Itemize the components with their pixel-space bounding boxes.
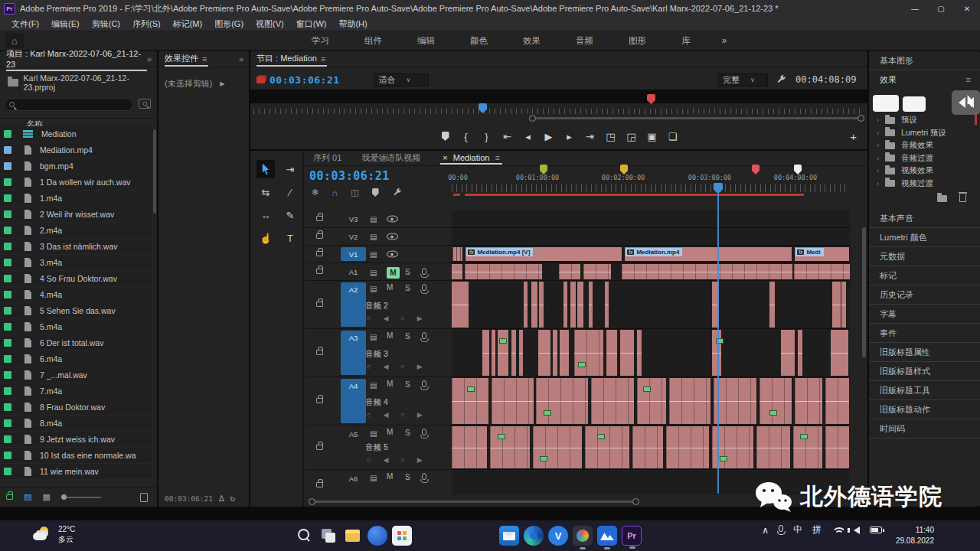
thumbnail-zoom-slider[interactable] [61, 497, 101, 498]
project-item-row[interactable]: 8 Frau Doktor.wav [0, 399, 152, 416]
track-lock-icon[interactable] [316, 216, 323, 221]
label-color-swatch[interactable] [4, 355, 11, 363]
expand-icon[interactable]: ▶ [220, 80, 224, 87]
label-color-swatch[interactable] [4, 275, 11, 282]
scrollbar-knob[interactable] [309, 498, 315, 505]
menu-item[interactable]: 序列(S) [127, 18, 166, 30]
collapsed-panel-tab[interactable]: 旧版标题属性 [869, 343, 980, 362]
track-lock-icon[interactable] [316, 350, 323, 355]
effects-folder-row[interactable]: ›视频过渡 [869, 178, 980, 191]
source-patch-icon[interactable]: ▤ [370, 268, 377, 276]
track-lock-icon[interactable] [316, 302, 323, 307]
track-name-label[interactable]: 音频 2 [365, 301, 388, 311]
menu-item[interactable]: 窗口(W) [291, 18, 332, 30]
timeline-vertical-scrollbar[interactable] [862, 227, 866, 357]
audio-clip-segment[interactable] [712, 330, 721, 376]
solo-button[interactable]: S [405, 429, 410, 437]
track-lock-icon[interactable] [316, 269, 323, 274]
audio-clip-segment[interactable] [452, 426, 487, 468]
ime-icon[interactable]: 中 [793, 523, 802, 536]
selection-tool[interactable] [256, 160, 275, 178]
extract-button[interactable]: ◲ [626, 131, 637, 142]
collapsed-panel-tab[interactable]: 旧版标题样式 [869, 362, 980, 381]
prev-keyframe-icon[interactable]: ◀ [383, 411, 388, 419]
record-mic-icon[interactable] [422, 332, 426, 339]
source-patch-icon[interactable]: ▤ [370, 250, 377, 259]
project-item-row[interactable]: 6 Der ist total.wav [0, 335, 152, 351]
menu-item[interactable]: 帮助(H) [333, 18, 372, 30]
program-ruler[interactable] [253, 103, 864, 114]
workspace-tab[interactable]: 图形 [611, 35, 664, 47]
menu-item[interactable]: 图形(G) [209, 18, 249, 30]
start-button[interactable] [270, 526, 289, 546]
timeline-tab-active[interactable]: ×Mediation≡ [440, 152, 502, 165]
razor-tool[interactable]: ∕ [281, 183, 299, 201]
audio-clip-segment[interactable] [577, 282, 583, 328]
collapsed-panel-tab[interactable]: 历史记录 [869, 285, 980, 305]
collapsed-panel-tab[interactable]: 旧版标题动作 [869, 400, 980, 419]
track-name-label[interactable]: 音频 3 [365, 349, 388, 360]
snap-magnet-icon[interactable]: ∩ [332, 188, 338, 197]
compare-view-button[interactable]: ❏ [668, 131, 678, 142]
label-color-swatch[interactable] [4, 194, 11, 202]
collapsed-panel-tab[interactable]: 旧版标题工具 [869, 381, 980, 400]
audio-clip-segment[interactable] [583, 264, 611, 279]
project-item-row[interactable]: 5.m4a [0, 319, 152, 335]
menu-item[interactable]: 剪辑(C) [87, 18, 126, 30]
project-item-row[interactable]: 6.m4a [0, 351, 152, 367]
chevron-right-icon[interactable]: › [877, 167, 879, 174]
audio-clip-segment[interactable] [669, 378, 710, 424]
mail-app-button[interactable] [499, 526, 519, 546]
store-button[interactable] [392, 526, 412, 546]
timeline-timecode[interactable]: 00:03:06:21 [309, 169, 390, 183]
track-target-A5[interactable]: A5 [341, 427, 366, 468]
audio-clip-segment[interactable] [574, 330, 603, 376]
audio-clip-segment[interactable] [452, 264, 462, 279]
microphone-icon[interactable] [779, 525, 783, 532]
workspace-tab[interactable]: 库 [664, 35, 708, 47]
project-item-row[interactable]: Mediation.mp4 [0, 142, 152, 158]
source-patch-icon[interactable]: ▤ [370, 474, 377, 482]
label-color-swatch[interactable] [4, 339, 11, 347]
audio-clip-segment[interactable] [591, 378, 634, 424]
chevron-right-icon[interactable]: › [877, 142, 879, 149]
add-keyframe-icon[interactable]: ○ [400, 363, 404, 370]
label-color-swatch[interactable] [4, 146, 11, 154]
collapsed-panel-tab[interactable]: 字幕 [869, 305, 980, 324]
audio-clip-segment[interactable] [490, 426, 530, 468]
project-item-row[interactable]: 3 Das ist nämlich.wav [0, 239, 152, 255]
menu-item[interactable]: 标记(M) [168, 18, 208, 30]
track-lock-icon[interactable] [316, 444, 323, 449]
track-target-V1[interactable]: V1 [341, 247, 366, 261]
audio-clip-segment[interactable] [452, 282, 469, 328]
add-marker-button[interactable] [440, 132, 451, 141]
track-visibility-icon[interactable] [387, 233, 398, 240]
track-target-V2[interactable]: V2 [341, 230, 366, 243]
mute-button[interactable]: M [387, 283, 393, 292]
pen-tool[interactable]: ✎ [281, 206, 299, 224]
effects-panel-header[interactable]: 效果 ≡ [869, 70, 980, 89]
track-lane[interactable]: fxMediation.mp4 [V]fxMediation.mp4fxMedi [452, 246, 850, 263]
pr-app-button[interactable]: Pr [622, 526, 642, 546]
label-color-swatch[interactable] [4, 403, 11, 411]
audio-clip-segment[interactable] [492, 330, 495, 376]
project-item-row[interactable]: 11 wie mein.wav [0, 464, 152, 480]
track-lane[interactable] [452, 263, 850, 281]
track-target-A3[interactable]: A3 [341, 331, 366, 375]
audio-clip-segment[interactable] [533, 426, 582, 468]
next-keyframe-icon[interactable]: ▶ [417, 315, 423, 322]
audio-clip-segment[interactable] [559, 264, 580, 279]
audio-clip-segment[interactable] [564, 282, 567, 328]
next-keyframe-icon[interactable]: ▶ [417, 411, 423, 419]
add-marker-icon[interactable] [372, 188, 379, 197]
audio-clip-segment[interactable] [553, 330, 557, 376]
panel-menu-icon[interactable]: ≡ [966, 75, 971, 84]
type-tool[interactable]: T [281, 229, 299, 247]
timeline-tab[interactable]: 我爱德语队视频 [361, 152, 420, 164]
track-lock-icon[interactable] [316, 398, 323, 403]
collapsed-panel-tab[interactable]: 元数据 [869, 247, 980, 266]
workspace-tab[interactable]: 音频 [558, 35, 611, 47]
label-color-swatch[interactable] [4, 307, 11, 315]
refresh-icon[interactable]: ↻ [230, 494, 236, 504]
add-keyframe-icon[interactable]: ○ [400, 315, 404, 322]
